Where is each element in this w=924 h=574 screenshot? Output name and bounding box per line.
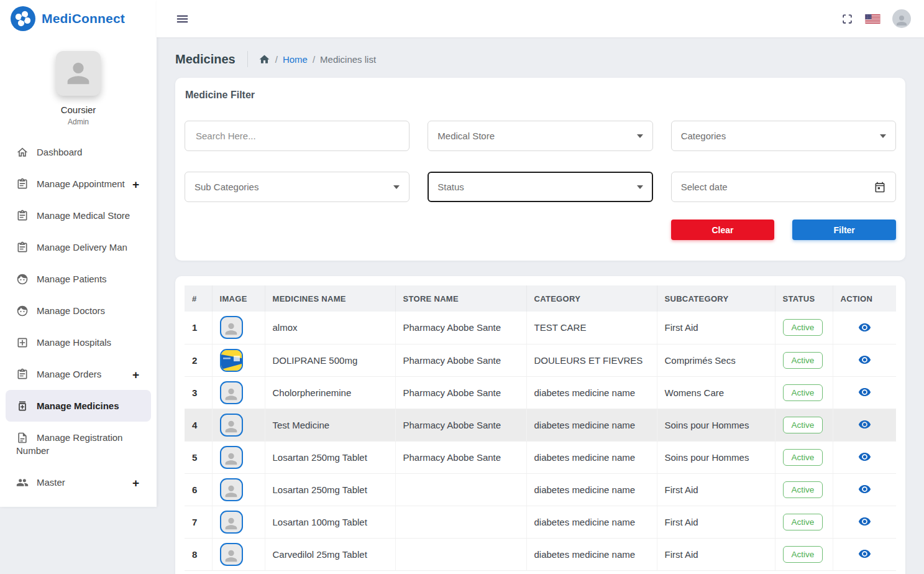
medicine-name-cell: Test Medicine bbox=[265, 409, 395, 441]
medicine-name-cell: Cholorpherinemine bbox=[265, 376, 395, 409]
expand-plus-icon[interactable]: + bbox=[132, 178, 139, 190]
sidebar-item-label: Manage Medicines bbox=[37, 400, 119, 411]
sidebar-item-manage-orders[interactable]: Manage Orders+ bbox=[0, 358, 157, 390]
medicine-name-cell: Losartan 250mg Tablet bbox=[265, 441, 395, 473]
view-button[interactable] bbox=[857, 449, 872, 465]
column-header: CATEGORY bbox=[526, 285, 657, 312]
status-badge: Active bbox=[783, 319, 823, 336]
menu-icon[interactable] bbox=[175, 12, 190, 26]
view-button[interactable] bbox=[857, 417, 872, 432]
status-badge: Active bbox=[783, 352, 823, 369]
search-field[interactable] bbox=[185, 121, 409, 151]
medical-store-select[interactable]: Medical Store bbox=[428, 121, 652, 151]
row-number-cell: 2 bbox=[185, 344, 212, 376]
view-button[interactable] bbox=[857, 352, 872, 368]
view-button[interactable] bbox=[857, 546, 872, 562]
subcategory-cell: First Aid bbox=[657, 312, 775, 344]
sidebar-item-master[interactable]: Master+ bbox=[0, 466, 157, 498]
store-name-cell bbox=[395, 506, 526, 538]
fullscreen-icon[interactable] bbox=[841, 13, 853, 25]
sub-categories-select[interactable]: Sub Categories bbox=[185, 172, 409, 202]
image-cell bbox=[212, 376, 265, 409]
row-number-cell: 6 bbox=[185, 473, 212, 506]
medicine-icon bbox=[16, 400, 29, 412]
clear-button[interactable]: Clear bbox=[671, 220, 775, 240]
sidebar-item-label: Manage Patients bbox=[37, 274, 107, 284]
document-icon bbox=[16, 432, 29, 444]
sidebar-item-manage-medicines[interactable]: Manage Medicines bbox=[6, 390, 151, 422]
header-divider bbox=[247, 51, 248, 67]
status-cell: Active bbox=[775, 344, 833, 376]
date-field[interactable]: Select date bbox=[671, 172, 896, 202]
row-number-cell: 8 bbox=[185, 538, 212, 570]
category-cell: diabetes medicine name bbox=[526, 441, 657, 473]
category-cell: diabetes medicine name bbox=[526, 538, 657, 570]
sidebar-item-manage-appointment[interactable]: Manage Appointment+ bbox=[0, 168, 157, 200]
breadcrumb-home-icon[interactable] bbox=[258, 53, 270, 65]
person-thumb bbox=[220, 446, 243, 469]
status-badge: Active bbox=[783, 384, 823, 401]
brand-name: MediConnect bbox=[42, 11, 125, 26]
sidebar-item-manage-hospitals[interactable]: Manage Hospitals bbox=[0, 326, 157, 358]
chevron-down-icon bbox=[393, 185, 400, 189]
row-number-cell: 3 bbox=[185, 376, 212, 409]
column-header: SUBCATEGORY bbox=[657, 285, 775, 312]
expand-plus-icon[interactable]: + bbox=[132, 476, 139, 488]
store-name-cell: Pharmacy Abobe Sante bbox=[395, 344, 526, 376]
date-label: Select date bbox=[681, 182, 874, 192]
brand[interactable]: MediConnect bbox=[0, 0, 157, 37]
sidebar-item-dashboard[interactable]: Dashboard bbox=[0, 136, 157, 168]
page-content: Medicines / Home / Medicines list Medici… bbox=[157, 37, 924, 574]
status-badge: Active bbox=[783, 449, 823, 466]
user-avatar[interactable] bbox=[892, 9, 911, 28]
status-select[interactable]: Status bbox=[428, 172, 652, 202]
sidebar-item-manage-patients[interactable]: Manage Patients bbox=[0, 263, 157, 295]
sidebar-item-manage-registration-number[interactable]: Manage Registration Number bbox=[0, 422, 157, 466]
table-row: 7Losartan 100mg Tabletdiabetes medicine … bbox=[185, 506, 896, 538]
sidebar-item-label: Master bbox=[37, 477, 65, 488]
view-button[interactable] bbox=[857, 320, 872, 335]
column-header: IMAGE bbox=[212, 285, 265, 312]
sidebar-item-manage-doctors[interactable]: Manage Doctors bbox=[0, 295, 157, 326]
image-cell bbox=[212, 441, 265, 473]
sidebar: MediConnect Coursier Admin DashboardMana… bbox=[0, 0, 157, 507]
table-row: 8Carvedilol 25mg Tabletdiabetes medicine… bbox=[185, 538, 896, 570]
action-cell bbox=[833, 473, 896, 506]
filter-button[interactable]: Filter bbox=[792, 220, 896, 240]
store-name-cell bbox=[395, 473, 526, 506]
expand-plus-icon[interactable]: + bbox=[132, 368, 139, 380]
table-body: 1almoxPharmacy Abobe SanteTEST CAREFirst… bbox=[185, 312, 896, 570]
person-thumb bbox=[220, 381, 243, 404]
sidebar-item-manage-delivery-man[interactable]: Manage Delivery Man bbox=[0, 231, 157, 263]
status-badge: Active bbox=[783, 546, 823, 563]
view-button[interactable] bbox=[857, 514, 872, 529]
table-row: 4Test MedicinePharmacy Abobe Santediabet… bbox=[185, 409, 896, 441]
medicine-name-cell: Losartan 100mg Tablet bbox=[265, 506, 395, 538]
action-cell bbox=[833, 344, 896, 376]
topbar bbox=[157, 0, 924, 37]
status-badge: Active bbox=[783, 417, 823, 433]
sidebar-nav: DashboardManage Appointment+Manage Medic… bbox=[0, 136, 157, 498]
view-button[interactable] bbox=[857, 481, 872, 497]
page-title: Medicines bbox=[175, 52, 236, 67]
clipboard-icon bbox=[16, 368, 29, 381]
view-button[interactable] bbox=[857, 384, 872, 400]
action-cell bbox=[833, 506, 896, 538]
profile-avatar[interactable] bbox=[56, 51, 101, 96]
medical-store-label: Medical Store bbox=[437, 131, 631, 141]
sidebar-item-manage-medical-store[interactable]: Manage Medical Store bbox=[0, 200, 157, 231]
sidebar-item-label: Manage Hospitals bbox=[37, 337, 111, 348]
search-input[interactable] bbox=[194, 130, 400, 142]
breadcrumb-home-link[interactable]: Home bbox=[283, 54, 308, 65]
breadcrumb-current: Medicines list bbox=[320, 54, 376, 65]
clipboard-icon bbox=[16, 241, 29, 254]
categories-select[interactable]: Categories bbox=[671, 121, 896, 151]
us-flag-icon[interactable] bbox=[865, 14, 881, 24]
action-cell bbox=[833, 538, 896, 570]
row-number-cell: 5 bbox=[185, 441, 212, 473]
column-header: MEDICINES NAME bbox=[265, 285, 395, 312]
sidebar-item-label: Manage Medical Store bbox=[37, 210, 130, 221]
calendar-icon[interactable] bbox=[874, 181, 886, 193]
medicine-filter-card: Medicine Filter Medical Store Categories… bbox=[175, 78, 905, 261]
categories-label: Categories bbox=[681, 131, 875, 141]
